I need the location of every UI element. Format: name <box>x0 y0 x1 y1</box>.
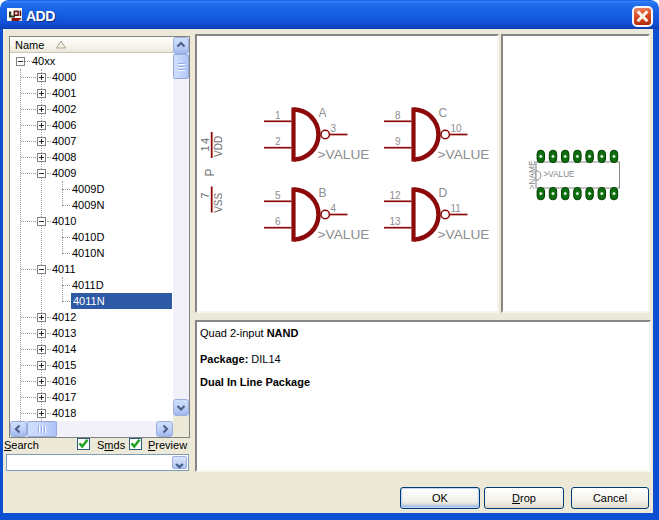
svg-text:9: 9 <box>395 136 401 147</box>
svg-text:B: B <box>319 186 327 200</box>
svg-text:>VALUE: >VALUE <box>438 228 490 242</box>
svg-text:6: 6 <box>275 216 281 227</box>
svg-text:2: 2 <box>275 136 281 147</box>
svg-text:7: 7 <box>199 192 211 198</box>
svg-text:10: 10 <box>451 123 463 134</box>
svg-text:P: P <box>203 168 217 176</box>
svg-text:A: A <box>319 106 327 120</box>
svg-text:5: 5 <box>275 190 281 201</box>
svg-text:>VALUE: >VALUE <box>544 169 575 179</box>
svg-text:C: C <box>439 106 448 120</box>
svg-text:>VALUE: >VALUE <box>318 148 370 162</box>
svg-text:VSS: VSS <box>213 192 224 212</box>
svg-text:>NAME: >NAME <box>527 161 537 190</box>
svg-text:8: 8 <box>395 110 401 121</box>
svg-text:>VALUE: >VALUE <box>318 228 370 242</box>
svg-text:12: 12 <box>389 190 401 201</box>
svg-text:VDD: VDD <box>213 136 224 157</box>
svg-text:13: 13 <box>389 216 401 227</box>
svg-text:14: 14 <box>199 136 211 151</box>
svg-text:4: 4 <box>331 203 337 214</box>
svg-text:>VALUE: >VALUE <box>438 148 490 162</box>
svg-text:3: 3 <box>331 123 337 134</box>
svg-text:11: 11 <box>451 203 462 214</box>
svg-text:D: D <box>439 186 448 200</box>
svg-text:1: 1 <box>275 110 281 121</box>
